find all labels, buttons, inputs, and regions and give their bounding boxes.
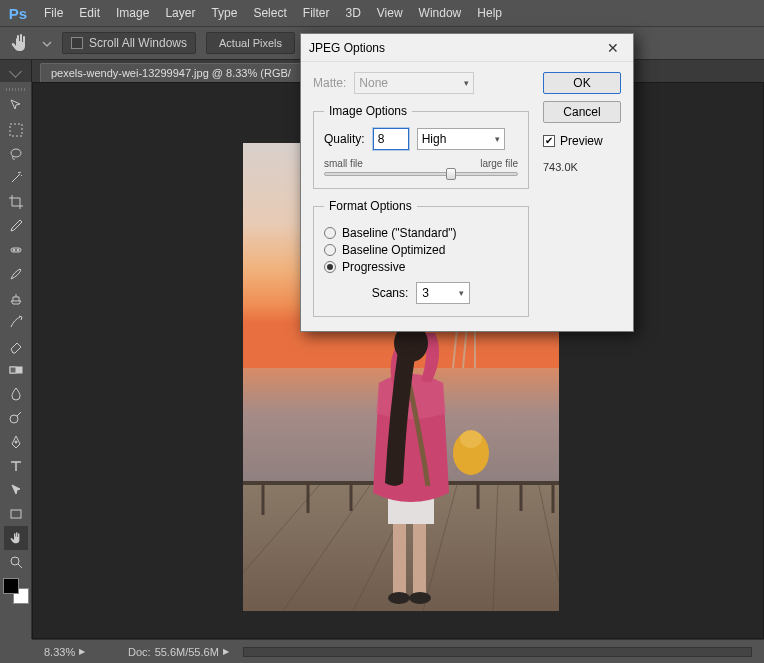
svg-point-34 — [388, 592, 410, 604]
doc-value: 55.6M/55.6M — [155, 646, 219, 658]
menu-help[interactable]: Help — [477, 6, 502, 20]
svg-point-7 — [10, 415, 18, 423]
rectangle-tool-icon[interactable] — [4, 502, 28, 526]
path-selection-tool-icon[interactable] — [4, 478, 28, 502]
tools-panel — [0, 82, 32, 639]
menu-edit[interactable]: Edit — [79, 6, 100, 20]
status-strip — [243, 647, 752, 657]
radio-baseline-optimized-label: Baseline Optimized — [342, 243, 445, 257]
document-tab[interactable]: pexels-wendy-wei-13299947.jpg @ 8.33% (R… — [40, 63, 306, 82]
history-brush-tool-icon[interactable] — [4, 310, 28, 334]
dialog-title: JPEG Options — [309, 41, 601, 55]
checkbox-checked-icon: ✔ — [543, 135, 555, 147]
svg-rect-32 — [393, 515, 406, 593]
quality-slider[interactable] — [324, 172, 518, 176]
menu-filter[interactable]: Filter — [303, 6, 330, 20]
svg-point-8 — [15, 441, 17, 443]
scroll-all-windows-label: Scroll All Windows — [89, 36, 187, 50]
hand-tool-icon[interactable] — [4, 526, 28, 550]
filesize-readout: 743.0K — [543, 161, 621, 173]
tool-preset-dropdown-icon[interactable] — [42, 38, 52, 48]
cancel-button[interactable]: Cancel — [543, 101, 621, 123]
quality-input[interactable] — [373, 128, 409, 150]
magic-wand-tool-icon[interactable] — [4, 166, 28, 190]
actual-pixels-button[interactable]: Actual Pixels — [206, 32, 295, 54]
svg-point-4 — [17, 249, 19, 251]
doc-label: Doc: — [128, 646, 151, 658]
matte-label: Matte: — [313, 76, 346, 90]
quality-preset-dropdown[interactable]: High ▾ — [417, 128, 505, 150]
svg-rect-33 — [413, 515, 426, 593]
clone-stamp-tool-icon[interactable] — [4, 286, 28, 310]
move-tool-icon[interactable] — [4, 94, 28, 118]
svg-point-10 — [11, 557, 19, 565]
jpeg-options-dialog: JPEG Options ✕ Matte: None ▾ Image Optio… — [300, 33, 634, 332]
zoom-dropdown-icon[interactable]: ▶ — [79, 647, 85, 656]
preview-checkbox[interactable]: ✔ Preview — [543, 134, 621, 148]
status-bar: 8.33% ▶ Doc: 55.6M/55.6M ▶ — [32, 639, 764, 663]
document-size[interactable]: Doc: 55.6M/55.6M ▶ — [128, 646, 229, 658]
type-tool-icon[interactable] — [4, 454, 28, 478]
image-options-group: Image Options Quality: High ▾ small file… — [313, 104, 529, 189]
foreground-color-swatch[interactable] — [3, 578, 19, 594]
doc-dropdown-icon[interactable]: ▶ — [223, 647, 229, 656]
pen-tool-icon[interactable] — [4, 430, 28, 454]
marquee-tool-icon[interactable] — [4, 118, 28, 142]
scans-value: 3 — [422, 286, 429, 300]
gradient-tool-icon[interactable] — [4, 358, 28, 382]
svg-point-1 — [11, 149, 21, 157]
zoom-tool-icon[interactable] — [4, 550, 28, 574]
slider-large-label: large file — [480, 158, 518, 169]
image-options-legend: Image Options — [324, 104, 412, 118]
radio-baseline-optimized[interactable]: Baseline Optimized — [324, 243, 518, 257]
scans-label: Scans: — [372, 286, 409, 300]
svg-point-31 — [460, 430, 482, 448]
menu-file[interactable]: File — [44, 6, 63, 20]
radio-icon — [324, 244, 336, 256]
menu-window[interactable]: Window — [419, 6, 462, 20]
blur-tool-icon[interactable] — [4, 382, 28, 406]
dodge-tool-icon[interactable] — [4, 406, 28, 430]
menu-view[interactable]: View — [377, 6, 403, 20]
svg-rect-0 — [10, 124, 22, 136]
healing-brush-tool-icon[interactable] — [4, 238, 28, 262]
scroll-all-windows-checkbox[interactable]: Scroll All Windows — [62, 32, 196, 54]
menu-bar: Ps File Edit Image Layer Type Select Fil… — [0, 0, 764, 26]
slider-small-label: small file — [324, 158, 363, 169]
radio-progressive[interactable]: Progressive — [324, 260, 518, 274]
menu-3d[interactable]: 3D — [345, 6, 360, 20]
radio-icon — [324, 227, 336, 239]
tab-scroll-icon[interactable] — [0, 60, 32, 82]
menu-type[interactable]: Type — [211, 6, 237, 20]
dialog-titlebar[interactable]: JPEG Options ✕ — [301, 34, 633, 62]
hand-tool-icon[interactable] — [8, 33, 32, 53]
slider-thumb-icon[interactable] — [446, 168, 456, 180]
chevron-down-icon: ▾ — [489, 134, 500, 144]
app-logo-icon: Ps — [8, 3, 28, 23]
close-icon[interactable]: ✕ — [601, 36, 625, 60]
menu-layer[interactable]: Layer — [165, 6, 195, 20]
lasso-tool-icon[interactable] — [4, 142, 28, 166]
ok-button[interactable]: OK — [543, 72, 621, 94]
brush-tool-icon[interactable] — [4, 262, 28, 286]
chevron-down-icon: ▾ — [458, 78, 469, 88]
menu-select[interactable]: Select — [253, 6, 286, 20]
radio-baseline-standard-label: Baseline ("Standard") — [342, 226, 457, 240]
quality-preset-value: High — [422, 132, 447, 146]
scans-dropdown[interactable]: 3 ▾ — [416, 282, 470, 304]
zoom-level[interactable]: 8.33% ▶ — [44, 646, 114, 658]
checkbox-box-icon — [71, 37, 83, 49]
radio-baseline-standard[interactable]: Baseline ("Standard") — [324, 226, 518, 240]
quality-label: Quality: — [324, 132, 365, 146]
eyedropper-tool-icon[interactable] — [4, 214, 28, 238]
matte-dropdown: None ▾ — [354, 72, 474, 94]
eraser-tool-icon[interactable] — [4, 334, 28, 358]
document-tab-label: pexels-wendy-wei-13299947.jpg @ 8.33% (R… — [51, 67, 291, 79]
crop-tool-icon[interactable] — [4, 190, 28, 214]
quality-value-field[interactable] — [378, 132, 404, 146]
zoom-value: 8.33% — [44, 646, 75, 658]
preview-label: Preview — [560, 134, 603, 148]
panel-grip-icon[interactable] — [2, 86, 30, 92]
color-swatches[interactable] — [3, 578, 29, 604]
menu-image[interactable]: Image — [116, 6, 149, 20]
